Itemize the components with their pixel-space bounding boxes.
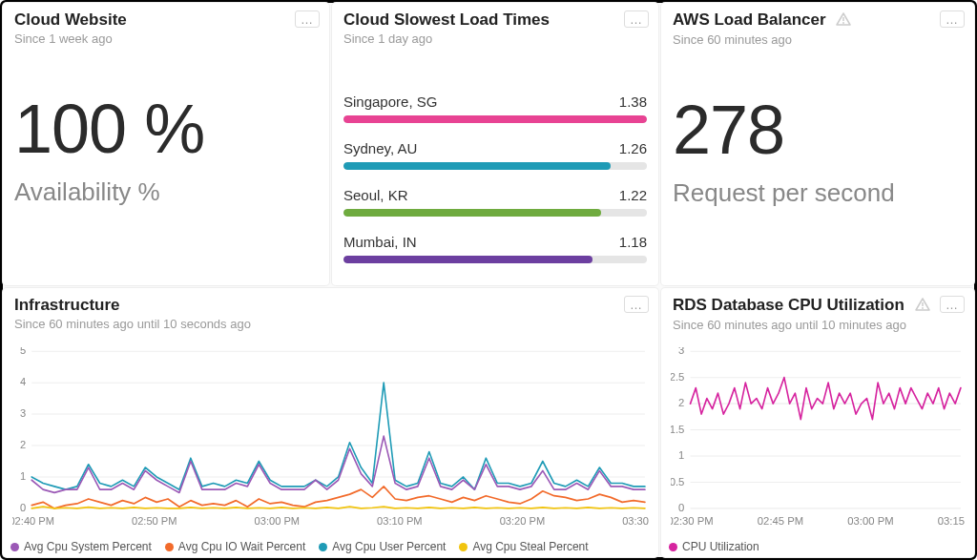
svg-text:2: 2 [678,397,684,408]
legend-dot-icon [10,543,19,551]
location-label: Mumbai, IN [343,234,417,250]
svg-text:0: 0 [20,502,26,513]
card-cloud-website: … Cloud Website Since 1 week ago 100 % A… [3,3,329,285]
svg-text:5: 5 [20,347,26,356]
legend-item[interactable]: Avg Cpu Steal Percent [459,540,588,553]
legend-dot-icon [459,543,468,551]
card-title: Infrastructure [14,296,647,315]
warning-icon [836,11,851,31]
svg-text:3: 3 [20,407,26,419]
bar-fill [343,115,647,123]
legend-label: Avg Cpu System Percent [24,540,152,553]
availability-label: Availability % [14,177,318,207]
load-time-value: 1.22 [619,187,647,203]
load-time-row: Singapore, SG1.38 [343,93,647,123]
bar-fill [343,209,601,217]
rps-value: 278 [673,91,963,169]
load-time-row: Mumbai, IN1.18 [343,234,647,263]
svg-text:03:30 PM: 03:30 PM [622,515,649,527]
bar-track [343,115,647,123]
svg-text:02:50 PM: 02:50 PM [132,515,177,527]
card-title: Cloud Slowest Load Times [343,10,647,30]
card-title: Cloud Website [14,10,318,30]
legend-item[interactable]: CPU Utilization [669,540,759,553]
svg-text:0: 0 [678,502,684,513]
svg-text:3: 3 [678,347,684,356]
svg-text:03:00 PM: 03:00 PM [847,515,893,527]
svg-text:4: 4 [20,376,26,387]
availability-value: 100 % [14,90,318,168]
svg-point-1 [842,22,844,24]
location-label: Seoul, KR [343,187,408,203]
legend-item[interactable]: Avg Cpu IO Wait Percent [165,540,305,553]
more-menu-button[interactable]: … [940,296,965,313]
svg-text:1: 1 [678,449,684,461]
load-time-row: Sydney, AU1.26 [343,140,647,170]
card-slowest-load: … Cloud Slowest Load Times Since 1 day a… [332,3,658,285]
card-title: RDS Database CPU Utilization [673,296,963,316]
card-rds-cpu: … RDS Database CPU Utilization Since 60 … [661,288,974,557]
svg-text:1.5: 1.5 [671,424,684,435]
legend-dot-icon [319,543,327,551]
svg-text:02:40 PM: 02:40 PM [12,515,54,527]
more-menu-button[interactable]: … [295,10,320,28]
bar-track [343,209,647,217]
rds-chart: 00.511.522.5302:30 PM02:45 PM03:00 PM03:… [671,347,965,529]
legend-dot-icon [669,543,677,551]
svg-text:03:10 PM: 03:10 PM [377,515,423,527]
svg-text:2.5: 2.5 [671,371,684,383]
legend-item[interactable]: Avg Cpu User Percent [319,540,446,553]
svg-point-21 [922,307,924,309]
card-subtitle: Since 60 minutes ago until 10 seconds ag… [14,317,647,331]
legend-label: Avg Cpu IO Wait Percent [178,540,305,553]
card-aws-load-balancer: … AWS Load Balancer Since 60 minutes ago… [661,3,974,285]
bar-track [343,256,647,263]
svg-text:1: 1 [20,470,26,482]
legend-label: CPU Utilization [682,540,759,553]
card-subtitle: Since 1 day ago [343,31,647,46]
card-title: AWS Load Balancer [673,10,963,31]
warning-icon [915,297,930,316]
bar-fill [343,256,592,263]
svg-text:03:20 PM: 03:20 PM [500,515,546,527]
legend-label: Avg Cpu User Percent [332,540,446,553]
rps-label: Request per second [673,178,963,208]
load-time-row: Seoul, KR1.22 [343,187,647,217]
card-subtitle: Since 60 minutes ago [673,32,963,47]
svg-text:03:15 PM: 03:15 PM [938,515,965,527]
legend: CPU Utilization [669,540,967,553]
location-label: Singapore, SG [343,93,437,110]
load-time-value: 1.38 [619,93,647,110]
card-subtitle: Since 60 minutes ago until 10 minutes ag… [673,318,963,332]
location-label: Sydney, AU [343,140,417,156]
legend-label: Avg Cpu Steal Percent [472,540,588,553]
legend-item[interactable]: Avg Cpu System Percent [10,540,152,553]
more-menu-button[interactable]: … [940,10,965,28]
svg-text:02:30 PM: 02:30 PM [671,515,714,527]
legend: Avg Cpu System PercentAvg Cpu IO Wait Pe… [10,540,651,553]
more-menu-button[interactable]: … [624,10,649,28]
card-subtitle: Since 1 week ago [14,31,318,46]
bar-fill [343,162,611,170]
svg-text:02:45 PM: 02:45 PM [758,515,803,527]
svg-text:2: 2 [20,439,26,450]
load-time-value: 1.18 [619,234,647,250]
load-time-value: 1.26 [619,140,647,156]
more-menu-button[interactable]: … [624,296,649,313]
bar-track [343,162,647,170]
card-infrastructure: … Infrastructure Since 60 minutes ago un… [3,288,658,557]
legend-dot-icon [165,543,174,551]
infrastructure-chart: 01234502:40 PM02:50 PM03:00 PM03:10 PM03… [12,347,649,529]
svg-text:0.5: 0.5 [671,475,684,487]
svg-text:03:00 PM: 03:00 PM [255,515,301,527]
